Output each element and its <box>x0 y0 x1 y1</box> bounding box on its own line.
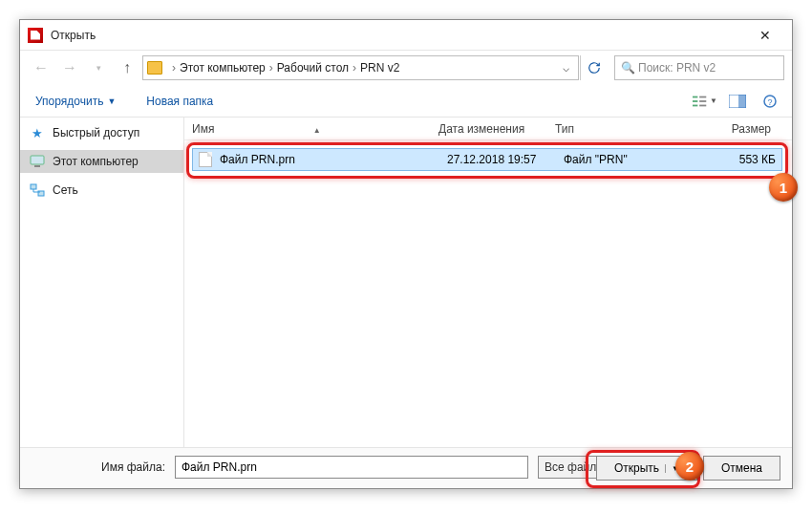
adobe-icon <box>28 28 43 43</box>
file-size: 553 КБ <box>669 153 776 166</box>
breadcrumb-part[interactable]: Рабочий стол <box>277 61 349 75</box>
svg-rect-2 <box>693 104 697 106</box>
nav-row: ← → ▾ ↑ › Этот компьютер › Рабочий стол … <box>20 51 792 85</box>
annotation-badge-2: 2 <box>675 452 704 481</box>
star-icon: ★ <box>30 125 45 140</box>
window-title: Открыть <box>51 29 96 42</box>
svg-rect-5 <box>699 104 706 106</box>
toolbar: Упорядочить▼ Новая папка ▼ ? <box>20 85 792 118</box>
forward-button[interactable]: → <box>56 54 83 81</box>
breadcrumb-part[interactable]: PRN v2 <box>360 61 399 75</box>
breadcrumb-part[interactable]: Этот компьютер <box>180 61 266 75</box>
search-icon: 🔍 <box>621 61 634 75</box>
svg-text:?: ? <box>767 97 772 107</box>
chevron-right-icon: › <box>172 61 176 75</box>
recent-dropdown[interactable]: ▾ <box>85 54 112 81</box>
svg-rect-10 <box>31 156 44 164</box>
svg-rect-1 <box>693 100 697 102</box>
search-input[interactable]: 🔍 Поиск: PRN v2 <box>614 55 784 80</box>
breadcrumb-dropdown[interactable]: ⌵ <box>557 61 574 75</box>
sidebar-item-label: Сеть <box>53 183 78 197</box>
col-size-header[interactable]: Размер <box>660 122 784 136</box>
dialog-body: ★ Быстрый доступ Этот компьютер Сеть <box>20 118 792 447</box>
chevron-down-icon: ▼ <box>107 96 116 106</box>
sort-indicator-icon: ▲ <box>313 126 321 135</box>
file-row[interactable]: Файл PRN.prn 27.12.2018 19:57 Файл "PRN"… <box>192 148 782 171</box>
sidebar-item-label: Быстрый доступ <box>53 126 139 139</box>
col-date-header[interactable]: Дата изменения <box>438 122 555 136</box>
network-icon <box>30 182 45 198</box>
close-button[interactable]: ✕ <box>746 28 784 43</box>
svg-rect-0 <box>693 96 697 97</box>
titlebar: Открыть ✕ <box>20 20 792 51</box>
filename-input[interactable] <box>175 456 528 479</box>
sidebar-item-quick-access[interactable]: ★ Быстрый доступ <box>20 121 183 144</box>
refresh-button[interactable] <box>580 55 607 80</box>
view-options-button[interactable]: ▼ <box>693 91 717 112</box>
new-folder-button[interactable]: Новая папка <box>140 91 219 112</box>
organize-button[interactable]: Упорядочить▼ <box>30 91 121 112</box>
filename-label: Имя файла: <box>32 460 165 474</box>
column-headers: Имя ▲ Дата изменения Тип Размер <box>184 118 792 140</box>
preview-pane-button[interactable] <box>725 91 750 112</box>
up-button[interactable]: ↑ <box>114 54 140 81</box>
chevron-right-icon: › <box>269 61 273 75</box>
cancel-button[interactable]: Отмена <box>703 456 780 481</box>
help-button[interactable]: ? <box>758 91 782 112</box>
file-icon <box>199 152 212 167</box>
col-name-header[interactable]: Имя ▲ <box>192 122 438 136</box>
file-name: Файл PRN.prn <box>220 153 447 166</box>
annotation-badge-1: 1 <box>769 173 798 202</box>
folder-icon <box>147 61 162 75</box>
file-type: Файл "PRN" <box>564 153 669 166</box>
sidebar-item-this-pc[interactable]: Этот компьютер <box>20 150 183 173</box>
svg-rect-11 <box>34 165 40 167</box>
breadcrumb-bar[interactable]: › Этот компьютер › Рабочий стол › PRN v2… <box>142 55 579 80</box>
search-placeholder: Поиск: PRN v2 <box>638 61 716 75</box>
file-date: 27.12.2018 19:57 <box>447 153 564 166</box>
chevron-right-icon: › <box>353 61 356 75</box>
svg-rect-12 <box>31 184 36 189</box>
footer: Имя файла: Все файлы (*.*) ▼ Открыть ▼ О… <box>20 447 792 488</box>
svg-rect-7 <box>738 95 746 108</box>
sidebar-item-network[interactable]: Сеть <box>20 179 183 202</box>
sidebar: ★ Быстрый доступ Этот компьютер Сеть <box>20 118 184 447</box>
monitor-icon <box>30 154 45 169</box>
file-list-area: Имя ▲ Дата изменения Тип Размер Файл PRN… <box>184 118 792 447</box>
sidebar-item-label: Этот компьютер <box>53 155 139 168</box>
back-button[interactable]: ← <box>28 54 54 81</box>
col-type-header[interactable]: Тип <box>555 122 660 136</box>
svg-rect-4 <box>699 100 706 102</box>
open-dialog: Открыть ✕ ← → ▾ ↑ › Этот компьютер › Раб… <box>19 19 793 489</box>
svg-rect-3 <box>699 96 706 97</box>
